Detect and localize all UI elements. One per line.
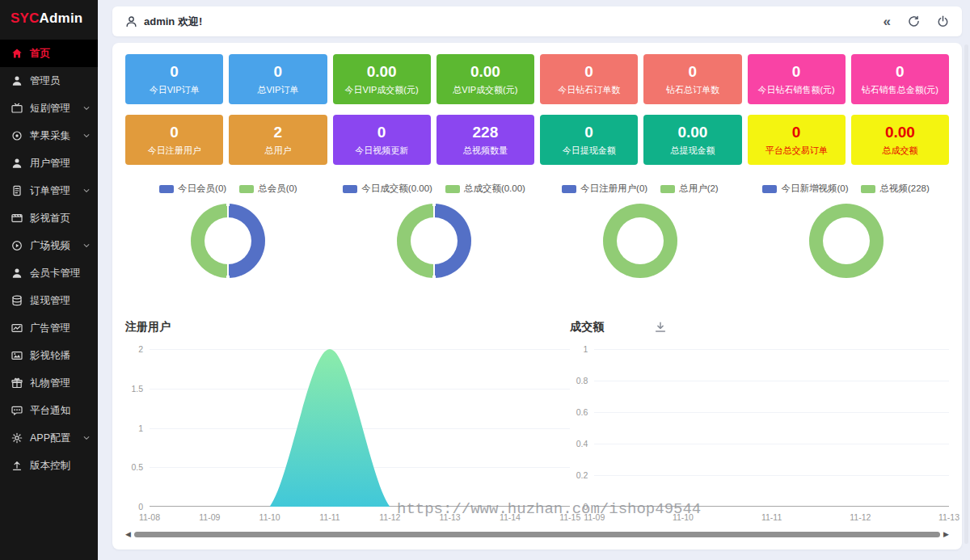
sidebar-item-label: 礼物管理 [30, 377, 70, 390]
vertical-scrollbar[interactable] [964, 44, 968, 544]
x-tick-label: 11-11 [761, 512, 782, 522]
sidebar-item-订单管理[interactable]: 订单管理 [0, 177, 98, 204]
legend-entry[interactable]: 总会员(0) [239, 183, 297, 195]
sidebar-item-短剧管理[interactable]: 短剧管理 [0, 95, 98, 122]
legend-marker [660, 185, 675, 193]
sidebar-item-广告管理[interactable]: 广告管理 [0, 314, 98, 342]
legend-marker [762, 185, 777, 193]
y-tick-label: 1 [138, 423, 143, 433]
area-series [150, 349, 570, 507]
donut-ring [397, 204, 471, 278]
sidebar-item-影视轮播[interactable]: 影视轮播 [0, 342, 98, 369]
home-icon [11, 48, 23, 59]
sidebar-menu: 首页管理员短剧管理苹果采集用户管理订单管理影视首页广场视频会员卡管理提现管理广告… [0, 40, 98, 479]
legend-entry[interactable]: 总用户(2) [660, 183, 719, 195]
x-tick-label: 11-09 [199, 512, 220, 522]
legend-entry[interactable]: 今日注册用户(0) [562, 183, 647, 195]
stat-card: 0今日提现金额 [540, 115, 638, 165]
sidebar-item-苹果采集[interactable]: 苹果采集 [0, 122, 98, 149]
y-tick-label: 0 [138, 502, 143, 512]
y-tick-label: 2 [138, 344, 143, 354]
power-icon[interactable] [937, 15, 949, 27]
stat-value: 0 [792, 64, 801, 79]
chart-registered-users: 注册用户 00.511.52 11-0811-0911-1011-1111-12… [125, 320, 570, 524]
sidebar-item-管理员[interactable]: 管理员 [0, 67, 98, 95]
download-icon[interactable] [654, 321, 667, 334]
stat-label: 今日提现金额 [563, 146, 616, 155]
y-tick-label: 1 [583, 344, 588, 354]
main-area: admin 欢迎! « 0今日VIP订单0总VIP订单0.00今日VIP成交额(… [98, 0, 970, 560]
legend-entry[interactable]: 今日会员(0) [159, 183, 226, 195]
legend-entry[interactable]: 今日成交额(0.00) [343, 183, 432, 195]
legend-entry[interactable]: 总成交额(0.00) [445, 183, 525, 195]
stat-label: 总视频数量 [463, 146, 508, 155]
chart-legend: 今日新增视频(0)总视频(228) [762, 183, 929, 195]
stat-value: 0.00 [885, 124, 915, 140]
database-icon [11, 295, 23, 306]
x-tick-label: 11-12 [850, 512, 871, 522]
sidebar-item-label: 提现管理 [30, 294, 70, 308]
y-tick-label: 0.4 [576, 439, 588, 448]
gear-icon [11, 432, 23, 444]
x-tick-label: 11-10 [259, 512, 280, 522]
stat-label: 总用户 [264, 146, 291, 155]
sidebar: SYCAdmin 首页管理员短剧管理苹果采集用户管理订单管理影视首页广场视频会员… [0, 0, 98, 560]
legend-marker [159, 185, 174, 193]
scroll-left-icon[interactable]: ◀ [125, 531, 131, 538]
topbar: admin 欢迎! « [112, 6, 962, 36]
order-icon [11, 185, 23, 196]
y-tick-label: 0.5 [131, 462, 143, 472]
sidebar-item-会员卡管理[interactable]: 会员卡管理 [0, 259, 98, 287]
stat-label: 今日VIP成交额(元) [345, 86, 419, 95]
gift-icon [11, 377, 23, 389]
x-tick-label: 11-09 [584, 512, 605, 522]
sidebar-item-礼物管理[interactable]: 礼物管理 [0, 369, 98, 397]
carousel-icon [11, 350, 23, 361]
sidebar-item-label: 版本控制 [30, 459, 70, 473]
donut-chart: 今日会员(0)总会员(0) [125, 183, 331, 278]
welcome-text: admin 欢迎! [144, 15, 202, 29]
scrollbar-thumb[interactable] [134, 532, 940, 537]
stat-value: 0 [170, 64, 179, 79]
sidebar-item-label: 管理员 [30, 74, 61, 88]
x-tick-label: 11-14 [500, 512, 521, 522]
legend-entry[interactable]: 今日新增视频(0) [762, 183, 848, 195]
user-icon [11, 158, 23, 169]
stat-card: 228总视频数量 [436, 115, 534, 165]
stat-card: 0钻石总订单数 [643, 54, 741, 104]
donut-chart: 今日新增视频(0)总视频(228) [743, 183, 949, 278]
stat-label: 今日视频更新 [355, 146, 408, 155]
sidebar-item-版本控制[interactable]: 版本控制 [0, 452, 98, 479]
refresh-icon[interactable] [908, 15, 920, 27]
legend-label: 今日注册用户(0) [580, 183, 647, 195]
legend-label: 总成交额(0.00) [464, 183, 525, 195]
x-tick-label: 11-13 [938, 512, 959, 522]
chart-legend: 今日注册用户(0)总用户(2) [562, 183, 719, 195]
x-tick-label: 11-08 [139, 512, 160, 522]
stat-card: 0今日视频更新 [333, 115, 431, 165]
legend-label: 总视频(228) [879, 183, 929, 195]
chart-title: 注册用户 [125, 320, 570, 335]
plot-area [150, 349, 570, 507]
legend-entry[interactable]: 总视频(228) [861, 183, 929, 195]
sidebar-item-APP配置[interactable]: APP配置 [0, 424, 98, 452]
target-icon [11, 130, 23, 141]
sidebar-item-首页[interactable]: 首页 [0, 40, 98, 67]
stat-card: 2总用户 [229, 115, 327, 165]
stat-card: 0.00总提现金额 [643, 115, 741, 165]
sidebar-item-提现管理[interactable]: 提现管理 [0, 287, 98, 314]
sidebar-item-用户管理[interactable]: 用户管理 [0, 149, 98, 177]
x-tick-label: 11-10 [673, 512, 694, 522]
chart-title: 成交额 [570, 320, 949, 335]
stat-card: 0今日VIP订单 [125, 54, 223, 104]
scroll-right-icon[interactable]: ▶ [943, 531, 949, 538]
donut-charts-row: 今日会员(0)总会员(0)今日成交额(0.00)总成交额(0.00)今日注册用户… [125, 183, 949, 278]
stat-label: 钻石总订单数 [666, 86, 719, 95]
ad-icon [11, 322, 23, 334]
collapse-sidebar-icon[interactable]: « [884, 15, 891, 28]
app-logo-suffix: Admin [40, 11, 83, 26]
user-icon [125, 15, 137, 27]
sidebar-item-平台通知[interactable]: 平台通知 [0, 397, 98, 424]
sidebar-item-影视首页[interactable]: 影视首页 [0, 204, 98, 232]
sidebar-item-广场视频[interactable]: 广场视频 [0, 232, 98, 259]
